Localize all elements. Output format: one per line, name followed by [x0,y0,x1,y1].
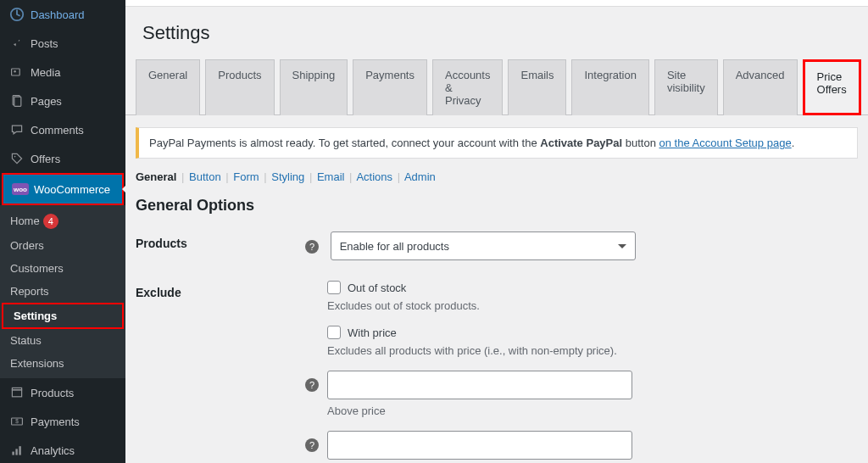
main-content: Settings General Products Shipping Payme… [125,0,868,463]
svg-point-2 [14,70,15,72]
sidebar-label: Analytics [31,444,75,457]
notice-text-suffix: . [792,137,795,149]
sidebar-item-pages[interactable]: Pages [0,86,125,115]
paypal-notice: PayPal Payments is almost ready. To get … [136,127,858,159]
tab-advanced[interactable]: Advanced [723,59,798,115]
submenu-label: Home [10,215,40,227]
sidebar-label: Comments [31,124,84,137]
tab-integration[interactable]: Integration [571,59,648,115]
submenu-customers[interactable]: Customers [0,257,125,280]
svg-rect-7 [12,388,21,389]
admin-bar [125,0,868,7]
svg-point-5 [14,156,16,158]
page-icon [8,92,25,109]
help-icon[interactable]: ? [305,378,319,392]
with-price-desc: Excludes all products with price (i.e., … [327,344,858,357]
submenu-home[interactable]: Home4 [0,209,125,234]
woocommerce-icon: woo [12,181,29,198]
submenu-settings[interactable]: Settings [3,304,122,327]
notice-text-bold: Activate PayPal [540,137,622,149]
tab-products[interactable]: Products [205,59,274,115]
section-title: General Options [125,187,868,221]
tab-payments[interactable]: Payments [353,59,427,115]
pin-icon [8,35,25,52]
settings-tabs: General Products Shipping Payments Accou… [125,59,868,115]
notice-text-mid: button [622,137,659,149]
with-price-label: With price [348,326,397,339]
help-icon[interactable]: ? [305,438,319,452]
chevron-down-icon [618,244,626,248]
sidebar-item-woocommerce[interactable]: wooWooCommerce [3,175,122,204]
sidebar-label: Posts [31,37,58,50]
submenu-status[interactable]: Status [0,329,125,352]
exclude-label: Exclude [136,281,305,299]
sidebar-item-posts[interactable]: Posts [0,29,125,58]
submenu-reports[interactable]: Reports [0,280,125,303]
submenu-extensions[interactable]: Extensions [0,352,125,375]
sidebar-item-analytics[interactable]: Analytics [0,436,125,463]
subtab-button[interactable]: Button [189,170,221,183]
page-title: Settings [125,7,868,59]
dashboard-icon [8,6,25,23]
tab-shipping[interactable]: Shipping [280,59,348,115]
select-value: Enable for all products [340,240,449,253]
sidebar-label: Pages [31,95,62,108]
notice-link[interactable]: on the Account Setup page [659,137,791,149]
sidebar-item-payments[interactable]: $Payments [0,407,125,436]
svg-rect-10 [12,452,14,455]
sidebar-item-products[interactable]: Products [0,378,125,407]
subtab-actions[interactable]: Actions [356,170,392,183]
sidebar-label: Offers [31,153,60,165]
tab-site-visibility[interactable]: Site visibility [654,59,718,115]
help-icon[interactable]: ? [305,240,319,254]
sidebar-label: Products [31,387,74,399]
sidebar-item-comments[interactable]: Comments [0,115,125,144]
tab-emails[interactable]: Emails [508,59,566,115]
highlight-woocommerce: wooWooCommerce [2,173,124,205]
sub-tabs: General | Button | Form | Styling | Emai… [125,165,868,187]
svg-rect-6 [12,390,21,397]
sidebar-item-dashboard[interactable]: Dashboard [0,0,125,29]
sidebar-label: Payments [31,416,80,428]
products-icon [8,384,25,401]
tab-price-offers[interactable]: Price Offers [803,59,861,115]
comments-icon [8,121,25,138]
offers-icon [8,150,25,167]
subtab-form[interactable]: Form [233,170,259,183]
svg-rect-4 [14,97,21,106]
subtab-general[interactable]: General [136,170,176,183]
products-label: Products [136,232,305,250]
sidebar-item-media[interactable]: Media [0,58,125,86]
admin-sidebar: Dashboard Posts Media Pages Comments Off… [0,0,125,463]
row-exclude: Exclude Out of stock Excludes out of sto… [125,271,868,463]
above-price-input[interactable] [327,371,632,399]
payments-icon: $ [8,413,25,430]
notice-text-pre: PayPal Payments is almost ready. To get … [149,137,540,149]
sidebar-item-offers[interactable]: Offers [0,144,125,173]
sidebar-label: Media [31,66,60,79]
svg-rect-12 [19,446,20,455]
update-badge: 4 [43,214,58,229]
out-of-stock-label: Out of stock [348,282,406,294]
media-icon [8,64,25,81]
above-price-desc: Above price [327,404,858,417]
subtab-admin[interactable]: Admin [404,170,436,183]
subtab-email[interactable]: Email [317,170,345,183]
out-of-stock-checkbox[interactable] [327,281,341,294]
tab-accounts-privacy[interactable]: Accounts & Privacy [432,59,503,115]
products-select[interactable]: Enable for all products [331,232,636,260]
svg-rect-11 [15,449,17,455]
below-price-input[interactable] [327,431,632,460]
sidebar-submenu: Home4 Orders Customers Reports Settings … [0,205,125,378]
submenu-orders[interactable]: Orders [0,234,125,257]
tab-general[interactable]: General [136,59,200,115]
analytics-icon [8,442,25,459]
svg-text:$: $ [15,418,19,424]
out-of-stock-desc: Excludes out of stock products. [327,299,858,312]
sidebar-label: WooCommerce [34,183,110,196]
highlight-settings: Settings [2,303,124,329]
row-products: Products ? Enable for all products [125,221,868,271]
sidebar-label: Dashboard [31,8,85,21]
with-price-checkbox[interactable] [327,326,341,339]
subtab-styling[interactable]: Styling [271,170,304,183]
